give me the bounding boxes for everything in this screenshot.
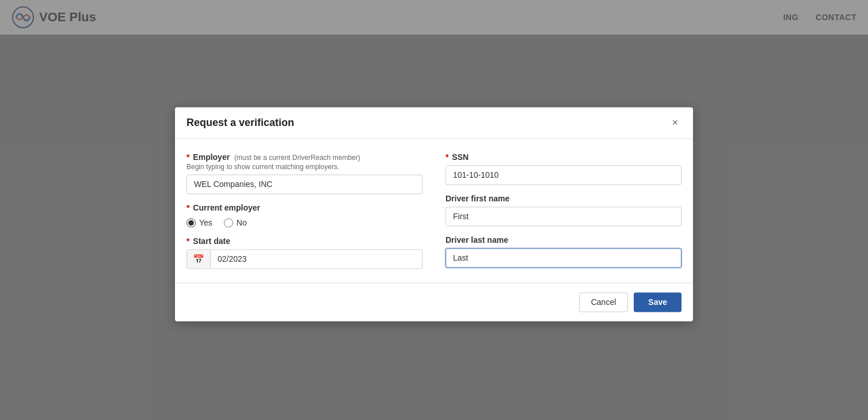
cancel-button[interactable]: Cancel — [579, 292, 629, 312]
employer-label-text: Employer — [193, 152, 230, 162]
employer-hint: Begin typing to show current matching em… — [186, 163, 422, 171]
ssn-label: * SSN — [446, 152, 682, 162]
calendar-icon: 📅 — [187, 250, 211, 268]
radio-yes-label: Yes — [199, 218, 212, 227]
save-button[interactable]: Save — [634, 292, 682, 312]
employer-required-star: * — [186, 152, 189, 162]
ssn-group: * SSN — [446, 152, 682, 185]
driver-first-name-group: Driver first name — [446, 194, 682, 226]
employer-group: * Employer (must be a current DriverReac… — [186, 152, 422, 194]
modal-close-button[interactable]: × — [668, 116, 682, 129]
radio-yes-input[interactable] — [186, 218, 196, 227]
driver-last-name-input[interactable] — [446, 248, 682, 268]
driver-first-name-label: Driver first name — [446, 194, 682, 203]
current-employer-required-star: * — [186, 203, 189, 212]
driver-last-name-label: Driver last name — [446, 235, 682, 245]
ssn-input[interactable] — [446, 165, 682, 185]
ssn-label-text: SSN — [452, 152, 469, 162]
radio-no-option[interactable]: No — [224, 218, 247, 227]
radio-yes-option[interactable]: Yes — [186, 218, 212, 227]
left-column: * Employer (must be a current DriverReac… — [186, 152, 422, 269]
employer-label: * Employer (must be a current DriverReac… — [186, 152, 422, 162]
current-employer-label: * Current employer — [186, 203, 422, 212]
ssn-required-star: * — [446, 152, 448, 162]
modal-body: * Employer (must be a current DriverReac… — [175, 139, 693, 282]
right-column: * SSN Driver first name Driver last name — [446, 152, 682, 269]
current-employer-group: * Current employer Yes No — [186, 203, 422, 227]
start-date-group: * Start date 📅 — [186, 236, 422, 269]
radio-no-label: No — [237, 218, 247, 227]
modal-header: Request a verification × — [175, 107, 693, 139]
current-employer-radio-group: Yes No — [186, 218, 422, 227]
start-date-label: * Start date — [186, 236, 422, 246]
radio-no-input[interactable] — [224, 218, 233, 227]
date-input-wrapper: 📅 — [186, 249, 422, 269]
modal-title: Request a verification — [186, 117, 294, 129]
driver-first-name-input[interactable] — [446, 207, 682, 226]
current-employer-label-text: Current employer — [193, 203, 260, 212]
employer-sublabel: (must be a current DriverReach member) — [234, 154, 360, 162]
modal-footer: Cancel Save — [175, 282, 693, 321]
driver-last-name-label-text: Driver last name — [446, 235, 508, 245]
driver-first-name-label-text: Driver first name — [446, 194, 509, 203]
start-date-required-star: * — [186, 236, 189, 246]
start-date-input[interactable] — [211, 250, 422, 268]
driver-last-name-group: Driver last name — [446, 235, 682, 268]
request-verification-modal: Request a verification × * Employer (mus… — [175, 107, 693, 321]
start-date-label-text: Start date — [193, 236, 230, 246]
employer-input[interactable] — [186, 174, 422, 194]
